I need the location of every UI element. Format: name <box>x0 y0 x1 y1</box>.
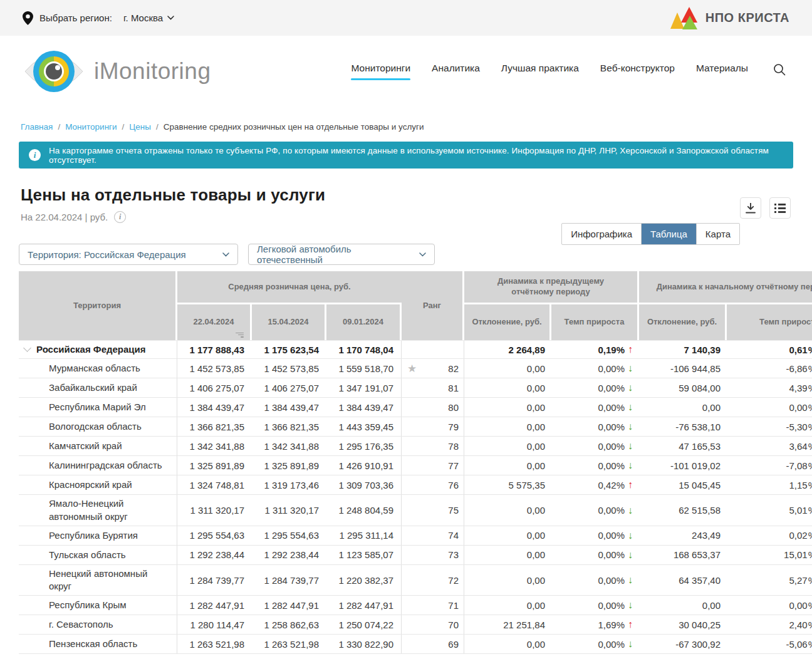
territory-cell[interactable]: Ненецкий автономный округ <box>19 565 177 596</box>
breadcrumb-monitorings[interactable]: Мониторинги <box>65 122 117 132</box>
territory-cell[interactable]: Ямало-Ненецкий автономный округ <box>19 495 177 526</box>
table-row[interactable]: Красноярский край1 324 748,811 319 173,4… <box>19 475 812 495</box>
table-row[interactable]: Забайкальский край1 406 275,071 406 275,… <box>19 378 812 398</box>
territory-cell[interactable]: Пензенская область <box>19 635 177 653</box>
download-button[interactable] <box>740 197 761 219</box>
table-row[interactable]: Вологодская область1 366 821,351 366 821… <box>19 417 812 437</box>
region-picker[interactable]: г. Москва <box>123 13 174 23</box>
territory-cell[interactable]: Забайкальский край <box>19 378 177 397</box>
table-row[interactable]: Республика Марий Эл1 384 439,471 384 439… <box>19 398 812 417</box>
list-icon <box>774 204 786 213</box>
price-22-04-2024: 1 177 888,43 <box>177 341 252 358</box>
rate-start-value: 2,40 <box>789 620 807 630</box>
table-row[interactable]: Тульская область1 292 238,441 292 238,44… <box>19 546 812 565</box>
rank-cell: 76 <box>402 475 464 494</box>
group-avg-price: Средняя розничная цена, руб. <box>177 271 402 304</box>
sort-icon[interactable] <box>236 331 244 337</box>
trend-down-icon: ↓ <box>628 599 633 611</box>
breadcrumb-home[interactable]: Главная <box>21 122 53 132</box>
table-row[interactable]: г. Севастополь1 280 114,471 258 862,631 … <box>19 615 812 635</box>
territory-cell[interactable]: Республика Марий Эл <box>19 398 177 417</box>
product-dropdown[interactable]: Легковой автомобиль отечественный <box>248 244 435 265</box>
rate-start-cell: 0,61%↑ <box>727 341 812 358</box>
territory-cell[interactable]: Вологодская область <box>19 417 177 436</box>
rank-cell: ★82 <box>402 359 464 378</box>
trend-down-icon: ↓ <box>628 505 633 516</box>
col-territory[interactable]: Территория <box>19 271 177 340</box>
percent-sign: % <box>808 402 812 413</box>
price-15-04-2024: 1 258 862,63 <box>252 615 326 634</box>
region-name[interactable]: г. Москва <box>123 13 163 23</box>
table-row[interactable]: Калининградская область1 325 891,891 325… <box>19 456 812 475</box>
imonitoring-logo[interactable]: iMonitoring <box>24 47 211 96</box>
territory-cell[interactable]: Российская Федерация <box>19 341 177 358</box>
territory-cell[interactable]: Тульская область <box>19 546 177 564</box>
col-rate-start[interactable]: Темп прироста <box>727 304 812 340</box>
table-row[interactable]: Камчатский край1 342 341,881 342 341,881… <box>19 437 812 456</box>
rank-cell: 79 <box>402 417 464 436</box>
nav-monitorings[interactable]: Мониторинги <box>351 63 410 80</box>
price-09-01-2024: 1 295 176,35 <box>326 437 402 455</box>
rate-start-value: 0,00 <box>789 600 807 611</box>
tab-table[interactable]: Таблица <box>642 224 697 244</box>
col-rank[interactable]: Ранг <box>402 271 464 340</box>
territory-dropdown[interactable]: Территория: Российская Федерация <box>19 244 238 265</box>
territory-cell[interactable]: Калининградская область <box>19 456 177 475</box>
percent-sign: % <box>808 345 812 355</box>
rate-prev-cell: 0,42%↑ <box>551 475 639 494</box>
percent-sign: % <box>808 460 812 471</box>
territory-cell[interactable]: Республика Крым <box>19 596 177 615</box>
deviation-prev-value: 21 251,84 <box>464 615 551 634</box>
col-deviation-prev[interactable]: Отклонение, руб. <box>464 304 551 340</box>
territory-cell[interactable]: г. Севастополь <box>19 615 177 634</box>
table-row[interactable]: Ямало-Ненецкий автономный округ1 311 320… <box>19 495 812 526</box>
breadcrumb-separator: / <box>156 122 159 132</box>
table-row[interactable]: Пензенская область1 263 521,981 263 521,… <box>19 635 812 654</box>
breadcrumb-prices[interactable]: Цены <box>129 122 151 132</box>
collapse-chevron-icon[interactable] <box>23 344 31 352</box>
search-icon[interactable] <box>773 63 786 80</box>
col-date-2[interactable]: 15.04.2024 <box>252 304 326 340</box>
table-row[interactable]: Республика Бурятия1 295 554,631 295 554,… <box>19 526 812 546</box>
territory-cell[interactable]: Камчатский край <box>19 437 177 455</box>
territory-name: Пензенская область <box>49 638 137 650</box>
list-view-button[interactable] <box>769 197 791 219</box>
nav-best-practice[interactable]: Лучшая практика <box>501 63 579 80</box>
page-title: Цены на отдельные товары и услуги <box>21 185 793 205</box>
tab-map[interactable]: Карта <box>697 224 739 244</box>
company-logo[interactable]: НПО КРИСТА <box>670 6 789 31</box>
favorite-star-icon[interactable]: ★ <box>407 362 417 375</box>
col-date-3[interactable]: 09.01.2024 <box>326 304 402 340</box>
table-row[interactable]: Ненецкий автономный округ1 284 739,771 2… <box>19 565 812 596</box>
top-bar: Выбрать регион: г. Москва НПО КРИСТА <box>0 0 812 36</box>
nav-web-constructor[interactable]: Веб-конструктор <box>600 63 675 80</box>
deviation-start-value: 243,49 <box>639 526 727 545</box>
rank-value: 72 <box>448 575 459 586</box>
territory-cell[interactable]: Мурманская область <box>19 359 177 378</box>
chevron-down-icon <box>222 252 229 257</box>
rate-start-cell: 5,01%↑ <box>727 495 812 526</box>
price-15-04-2024: 1 325 891,89 <box>252 456 326 475</box>
price-09-01-2024: 1 282 447,91 <box>326 596 402 615</box>
table-row[interactable]: Российская Федерация1 177 888,431 175 62… <box>19 341 812 359</box>
territory-cell[interactable]: Красноярский край <box>19 475 177 494</box>
col-date-1[interactable]: 22.04.2024 <box>177 304 252 340</box>
rate-start-value: -5,06 <box>786 639 807 650</box>
col-deviation-start[interactable]: Отклонение, руб. <box>639 304 727 340</box>
tab-infographic[interactable]: Инфографика <box>562 224 642 244</box>
nav-analytics[interactable]: Аналитика <box>432 63 480 80</box>
group-prev-period: Динамика к предыдущему отчётному периоду <box>464 271 639 304</box>
table-header: Территория Средняя розничная цена, руб. … <box>19 271 812 340</box>
table-row[interactable]: Республика Крым1 282 447,911 282 447,911… <box>19 596 812 615</box>
territory-cell[interactable]: Республика Бурятия <box>19 526 177 545</box>
deviation-start-value: 64 357,40 <box>639 565 727 596</box>
deviation-prev-value: 2 264,89 <box>464 341 551 358</box>
table-row[interactable]: Мурманская область1 452 573,851 452 573,… <box>19 359 812 378</box>
rank-value: 69 <box>448 639 459 650</box>
info-circle-icon[interactable]: i <box>114 211 126 223</box>
trend-down-icon: ↓ <box>628 402 633 413</box>
col-rate-prev[interactable]: Темп прироста <box>551 304 639 340</box>
nav-materials[interactable]: Материалы <box>696 63 748 80</box>
rate-start-value: 5,27 <box>789 575 807 586</box>
territory-name: г. Севастополь <box>49 618 113 631</box>
